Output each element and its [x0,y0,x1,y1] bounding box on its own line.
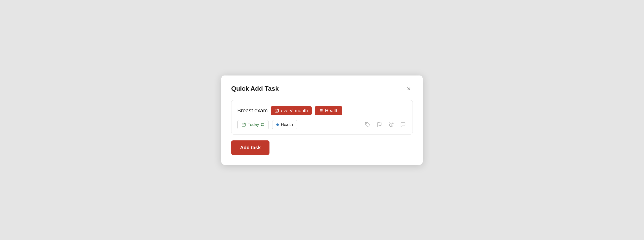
alarm-button[interactable] [388,121,395,128]
comment-button[interactable] [399,121,407,128]
calendar-repeat-icon [275,108,279,113]
dialog-title: Quick Add Task [231,85,279,92]
project-button[interactable]: Health [272,120,297,129]
date-button[interactable]: Today [237,120,269,129]
task-meta-row: Today Health [237,120,407,129]
repeat-icon [261,123,264,127]
label-button[interactable] [364,121,371,128]
project-badge-label: Health [325,108,338,113]
svg-line-18 [393,123,394,123]
label-icon [365,122,370,127]
project-button-label: Health [281,122,293,127]
comment-icon [400,122,406,127]
add-task-button[interactable]: Add task [231,140,270,155]
flag-icon [377,122,382,127]
project-color-dot [276,124,279,126]
alarm-icon [388,122,394,127]
svg-rect-10 [242,123,246,127]
task-input-area: Breast exam every! month [231,100,413,135]
task-name-text: Breast exam [237,107,268,114]
date-button-label: Today [248,122,259,127]
recurrence-badge[interactable]: every! month [271,106,312,115]
task-text-row: Breast exam every! month [237,106,407,115]
svg-rect-0 [275,109,278,112]
meta-icons-row [364,121,407,128]
flag-button[interactable] [376,121,383,128]
project-badge[interactable]: Health [315,106,342,115]
quick-add-task-dialog: Quick Add Task × Breast exam every! mont… [222,75,422,165]
calendar-icon [242,123,246,127]
svg-line-17 [389,123,390,123]
dialog-header: Quick Add Task × [231,84,413,93]
close-icon: × [407,85,411,92]
close-button[interactable]: × [405,84,413,93]
recurrence-badge-label: every! month [281,108,308,113]
list-icon [318,108,323,113]
